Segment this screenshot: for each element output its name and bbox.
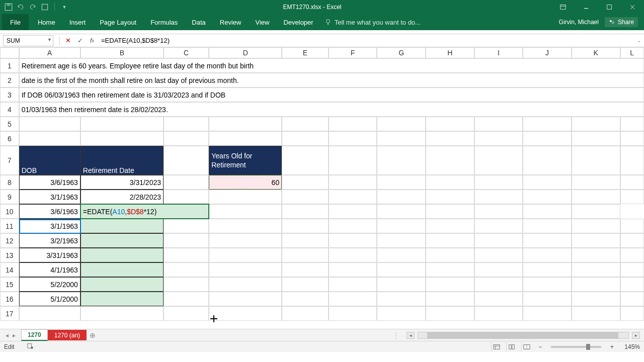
col-header-L[interactable]: L [620,47,644,58]
share-button[interactable]: Share [605,17,638,27]
qat-redo-icon[interactable] [28,3,37,12]
cell-a10[interactable]: 3/6/1963 [19,204,80,219]
row-header-1[interactable]: 1 [0,58,19,73]
col-header-H[interactable]: H [426,47,474,58]
qat-undo-icon[interactable] [16,3,25,12]
sheet-tab-1270[interactable]: 1270 [21,329,48,341]
row-header-13[interactable]: 13 [0,248,19,262]
hscroll-right-button[interactable]: ▸ [632,332,640,339]
cell-b10-editing[interactable]: =EDATE(A10,$D$8*12) [80,204,209,219]
cell-a4[interactable]: 01/03/1963 then retirement date is 28/02… [19,102,644,117]
maximize-button[interactable] [598,0,621,14]
ribbon-display-options[interactable] [551,0,575,14]
qat-customize-icon[interactable] [40,3,49,12]
data-tab[interactable]: Data [185,14,212,30]
row-header-16[interactable]: 16 [0,292,19,306]
cell-a11[interactable]: 3/1/1963 [19,219,80,233]
enter-formula-button[interactable]: ✓ [74,35,86,46]
cell-a2[interactable]: date is the first of the month shall ret… [19,73,644,87]
cell-a8[interactable]: 3/6/1963 [19,175,80,190]
new-sheet-button[interactable]: ⊕ [87,331,99,339]
cell-a14[interactable]: 4/1/1963 [19,262,80,277]
cell-b12[interactable] [80,233,164,248]
zoom-slider-thumb[interactable] [586,344,590,350]
formulas-tab[interactable]: Formulas [143,14,185,30]
page-break-view-button[interactable] [521,342,532,351]
qat-dropdown-icon[interactable]: ▼ [60,3,69,12]
sheet-tab-1270-an[interactable]: 1270 (an) [48,330,87,340]
cell-b13[interactable] [80,248,164,262]
tab-split-handle[interactable]: ⋮ [389,331,403,339]
cell-a3[interactable]: If DOB 06/03/1963 then retirement date i… [19,87,644,102]
row-header-9[interactable]: 9 [0,190,19,204]
row-header-15[interactable]: 15 [0,277,19,292]
review-tab[interactable]: Review [213,14,249,30]
header-years-old[interactable]: Years Old for Retirement [209,146,282,175]
row-header-14[interactable]: 14 [0,262,19,277]
tab-scroll-buttons[interactable]: ◂▸ [0,332,21,339]
row-header-6[interactable]: 6 [0,131,19,146]
file-tab[interactable]: File [2,14,29,30]
name-box-dropdown-icon[interactable]: ▼ [47,37,52,42]
view-tab[interactable]: View [248,14,276,30]
macro-record-icon[interactable] [27,342,34,351]
zoom-level[interactable]: 145% [620,343,640,350]
cell-a13[interactable]: 3/31/1963 [19,248,80,262]
cell-b15[interactable] [80,277,164,292]
select-all-corner[interactable] [0,47,19,58]
cell-b9[interactable]: 2/28/2023 [80,190,164,204]
cell-b11[interactable] [80,219,164,233]
user-name[interactable]: Girvin, Michael [559,19,599,26]
cell-b8[interactable]: 3/31/2023 [80,175,164,190]
page-layout-view-button[interactable] [506,342,517,351]
col-header-K[interactable]: K [572,47,620,58]
formula-input[interactable]: =EDATE(A10,$D$8*12) [98,37,634,44]
close-button[interactable] [621,0,644,14]
col-header-B[interactable]: B [80,47,164,58]
cell-a1[interactable]: Retirement age is 60 years. Employee ret… [19,58,644,73]
row-header-5[interactable]: 5 [0,117,19,131]
horizontal-scrollbar[interactable] [418,332,629,339]
col-header-J[interactable]: J [523,47,572,58]
cell-a15[interactable]: 5/2/2000 [19,277,80,292]
row-header-11[interactable]: 11 [0,219,19,233]
row-header-2[interactable]: 2 [0,73,19,87]
hscroll-left-button[interactable]: ◂ [407,332,415,339]
col-header-F[interactable]: F [329,47,377,58]
zoom-slider[interactable] [551,346,601,348]
normal-view-button[interactable] [491,342,502,351]
header-retirement-date[interactable]: Retirement Date [80,146,164,175]
row-header-3[interactable]: 3 [0,87,19,102]
col-header-A[interactable]: A [19,47,80,58]
row-header-12[interactable]: 12 [0,233,19,248]
cell-d8[interactable]: 60 [209,175,282,190]
developer-tab[interactable]: Developer [276,14,320,30]
cell-b14[interactable] [80,262,164,277]
page-layout-tab[interactable]: Page Layout [93,14,143,30]
insert-tab[interactable]: Insert [62,14,93,30]
cell-a9[interactable]: 3/1/1963 [19,190,80,204]
zoom-in-button[interactable]: + [608,343,616,350]
row-header-4[interactable]: 4 [0,102,19,117]
col-header-C[interactable]: C [164,47,209,58]
qat-save-icon[interactable] [4,3,13,12]
name-box[interactable]: SUM ▼ [3,35,53,46]
minimize-button[interactable] [575,0,598,14]
row-header-10[interactable]: 10 [0,204,19,219]
tell-me-search[interactable]: Tell me what you want to do... [325,19,421,26]
row-header-8[interactable]: 8 [0,175,19,190]
cancel-formula-button[interactable]: ✕ [62,35,74,46]
header-dob[interactable]: DOB [19,146,80,175]
formula-bar-expand-icon[interactable]: ⌄ [634,38,644,43]
zoom-out-button[interactable]: − [536,343,544,350]
hscroll-thumb[interactable] [427,332,618,338]
worksheet-grid[interactable]: A B C D E F G H I J K L 1 Retirement age… [0,47,644,329]
col-header-G[interactable]: G [377,47,426,58]
cell-a5[interactable] [19,117,80,131]
col-header-E[interactable]: E [282,47,329,58]
cell-b16[interactable] [80,292,164,306]
row-header-17[interactable]: 17 [0,306,19,321]
insert-function-button[interactable]: fx [86,35,98,46]
cell-a16[interactable]: 5/1/2000 [19,292,80,306]
col-header-D[interactable]: D [209,47,282,58]
